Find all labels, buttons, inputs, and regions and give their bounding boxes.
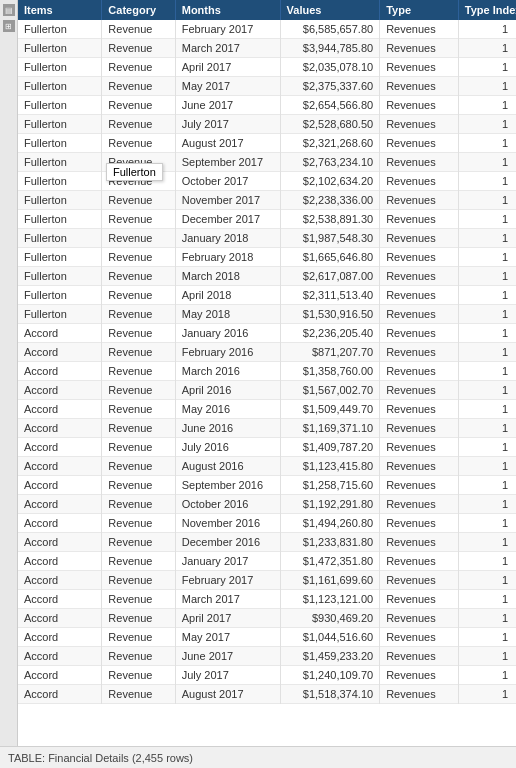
cell-8-2[interactable]: October 2017 — [175, 172, 280, 191]
cell-30-2[interactable]: March 2017 — [175, 590, 280, 609]
cell-30-5[interactable]: 1 — [458, 590, 516, 609]
cell-26-0[interactable]: Accord — [18, 514, 102, 533]
cell-7-2[interactable]: September 2017 — [175, 153, 280, 172]
cell-15-4[interactable]: Revenues — [380, 305, 459, 324]
cell-3-3[interactable]: $2,375,337.60 — [280, 77, 380, 96]
table-row[interactable]: AccordRevenueJuly 2017$1,240,109.70Reven… — [18, 666, 516, 685]
cell-17-4[interactable]: Revenues — [380, 343, 459, 362]
cell-29-2[interactable]: February 2017 — [175, 571, 280, 590]
cell-35-1[interactable]: Revenue — [102, 685, 175, 704]
cell-19-1[interactable]: Revenue — [102, 381, 175, 400]
table-row[interactable]: AccordRevenueApril 2017$930,469.20Revenu… — [18, 609, 516, 628]
cell-26-3[interactable]: $1,494,260.80 — [280, 514, 380, 533]
cell-34-3[interactable]: $1,240,109.70 — [280, 666, 380, 685]
cell-35-4[interactable]: Revenues — [380, 685, 459, 704]
table-row[interactable]: AccordRevenueJuly 2016$1,409,787.20Reven… — [18, 438, 516, 457]
cell-19-5[interactable]: 1 — [458, 381, 516, 400]
cell-21-1[interactable]: Revenue — [102, 419, 175, 438]
cell-23-1[interactable]: Revenue — [102, 457, 175, 476]
table-row[interactable]: FullertonRevenueFebruary 2017$6,585,657.… — [18, 20, 516, 39]
cell-8-3[interactable]: $2,102,634.20 — [280, 172, 380, 191]
table-row[interactable]: FullertonRevenueOctober 2017$2,102,634.2… — [18, 172, 516, 191]
cell-10-1[interactable]: Revenue — [102, 210, 175, 229]
cell-32-5[interactable]: 1 — [458, 628, 516, 647]
cell-28-5[interactable]: 1 — [458, 552, 516, 571]
cell-26-4[interactable]: Revenues — [380, 514, 459, 533]
cell-9-0[interactable]: Fullerton — [18, 191, 102, 210]
table-row[interactable]: AccordRevenueOctober 2016$1,192,291.80Re… — [18, 495, 516, 514]
cell-23-2[interactable]: August 2016 — [175, 457, 280, 476]
cell-13-2[interactable]: March 2018 — [175, 267, 280, 286]
cell-4-0[interactable]: Fullerton — [18, 96, 102, 115]
cell-32-0[interactable]: Accord — [18, 628, 102, 647]
cell-21-3[interactable]: $1,169,371.10 — [280, 419, 380, 438]
cell-28-4[interactable]: Revenues — [380, 552, 459, 571]
cell-26-1[interactable]: Revenue — [102, 514, 175, 533]
table-row[interactable]: AccordRevenueNovember 2016$1,494,260.80R… — [18, 514, 516, 533]
cell-12-1[interactable]: Revenue — [102, 248, 175, 267]
cell-20-1[interactable]: Revenue — [102, 400, 175, 419]
cell-24-2[interactable]: September 2016 — [175, 476, 280, 495]
cell-29-5[interactable]: 1 — [458, 571, 516, 590]
cell-3-0[interactable]: Fullerton — [18, 77, 102, 96]
cell-18-4[interactable]: Revenues — [380, 362, 459, 381]
cell-2-1[interactable]: Revenue — [102, 58, 175, 77]
cell-2-5[interactable]: 1 — [458, 58, 516, 77]
cell-27-2[interactable]: December 2016 — [175, 533, 280, 552]
cell-27-3[interactable]: $1,233,831.80 — [280, 533, 380, 552]
cell-11-4[interactable]: Revenues — [380, 229, 459, 248]
cell-15-2[interactable]: May 2018 — [175, 305, 280, 324]
cell-12-5[interactable]: 1 — [458, 248, 516, 267]
cell-33-3[interactable]: $1,459,233.20 — [280, 647, 380, 666]
table-row[interactable]: AccordRevenueJanuary 2016$2,236,205.40Re… — [18, 324, 516, 343]
cell-30-1[interactable]: Revenue — [102, 590, 175, 609]
cell-1-3[interactable]: $3,944,785.80 — [280, 39, 380, 58]
col-header-items[interactable]: Items — [18, 0, 102, 20]
cell-4-5[interactable]: 1 — [458, 96, 516, 115]
cell-7-3[interactable]: $2,763,234.10 — [280, 153, 380, 172]
cell-5-3[interactable]: $2,528,680.50 — [280, 115, 380, 134]
cell-22-5[interactable]: 1 — [458, 438, 516, 457]
cell-10-3[interactable]: $2,538,891.30 — [280, 210, 380, 229]
cell-29-0[interactable]: Accord — [18, 571, 102, 590]
cell-34-4[interactable]: Revenues — [380, 666, 459, 685]
table-row[interactable]: AccordRevenueApril 2016$1,567,002.70Reve… — [18, 381, 516, 400]
table-row[interactable]: FullertonRevenueJuly 2017$2,528,680.50Re… — [18, 115, 516, 134]
cell-6-4[interactable]: Revenues — [380, 134, 459, 153]
cell-11-0[interactable]: Fullerton — [18, 229, 102, 248]
cell-21-5[interactable]: 1 — [458, 419, 516, 438]
table-row[interactable]: AccordRevenueMarch 2016$1,358,760.00Reve… — [18, 362, 516, 381]
cell-7-4[interactable]: Revenues — [380, 153, 459, 172]
table-row[interactable]: FullertonRevenueApril 2018$2,311,513.40R… — [18, 286, 516, 305]
cell-34-0[interactable]: Accord — [18, 666, 102, 685]
cell-34-1[interactable]: Revenue — [102, 666, 175, 685]
cell-32-4[interactable]: Revenues — [380, 628, 459, 647]
cell-19-2[interactable]: April 2016 — [175, 381, 280, 400]
cell-5-1[interactable]: Revenue — [102, 115, 175, 134]
table-row[interactable]: FullertonRevenueDecember 2017$2,538,891.… — [18, 210, 516, 229]
cell-22-1[interactable]: Revenue — [102, 438, 175, 457]
cell-10-0[interactable]: Fullerton — [18, 210, 102, 229]
cell-9-4[interactable]: Revenues — [380, 191, 459, 210]
cell-16-4[interactable]: Revenues — [380, 324, 459, 343]
table-row[interactable]: FullertonRevenueNovember 2017$2,238,336.… — [18, 191, 516, 210]
cell-2-0[interactable]: Fullerton — [18, 58, 102, 77]
cell-22-4[interactable]: Revenues — [380, 438, 459, 457]
cell-23-5[interactable]: 1 — [458, 457, 516, 476]
cell-0-4[interactable]: Revenues — [380, 20, 459, 39]
cell-3-4[interactable]: Revenues — [380, 77, 459, 96]
cell-6-0[interactable]: Fullerton — [18, 134, 102, 153]
cell-18-0[interactable]: Accord — [18, 362, 102, 381]
cell-30-3[interactable]: $1,123,121.00 — [280, 590, 380, 609]
cell-16-5[interactable]: 1 — [458, 324, 516, 343]
cell-3-5[interactable]: 1 — [458, 77, 516, 96]
cell-12-3[interactable]: $1,665,646.80 — [280, 248, 380, 267]
cell-32-3[interactable]: $1,044,516.60 — [280, 628, 380, 647]
cell-35-0[interactable]: Accord — [18, 685, 102, 704]
cell-20-0[interactable]: Accord — [18, 400, 102, 419]
cell-23-4[interactable]: Revenues — [380, 457, 459, 476]
cell-27-0[interactable]: Accord — [18, 533, 102, 552]
panel-icon-1[interactable]: ▤ — [3, 4, 15, 16]
cell-6-5[interactable]: 1 — [458, 134, 516, 153]
cell-7-0[interactable]: Fullerton — [18, 153, 102, 172]
